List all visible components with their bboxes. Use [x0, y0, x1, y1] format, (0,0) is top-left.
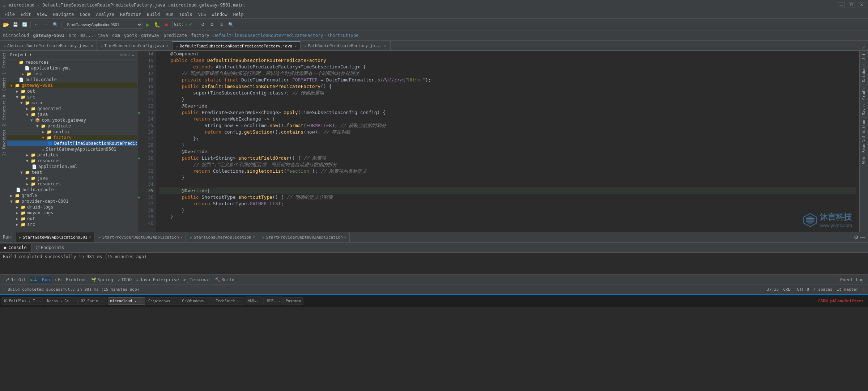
tab-close-config[interactable]: ×	[166, 44, 169, 48]
tool-todo[interactable]: ✓ TODO	[116, 277, 133, 283]
commit-panel-toggle[interactable]: 0: Commit	[0, 76, 7, 98]
list-item[interactable]: ▼ 📁 src	[7, 94, 137, 100]
run-tab-close4[interactable]: ×	[344, 235, 346, 239]
list-item[interactable]: ▶ 📁 druid-logs	[7, 204, 137, 210]
breadcrumb-src[interactable]: src	[68, 33, 76, 38]
run-settings-btn[interactable]: ⚙	[854, 234, 859, 240]
panel-collapse-icon[interactable]: ⊟	[128, 52, 131, 57]
open-file-btn[interactable]: 📂	[1, 20, 10, 29]
sidebar-gradle[interactable]: Gradle	[861, 84, 867, 102]
taskbar-item-youdao[interactable]: 有道...	[264, 297, 283, 305]
find-btn[interactable]: 🔍	[227, 20, 235, 29]
maximize-btn[interactable]: ☐	[848, 2, 855, 8]
tool-problems[interactable]: ⚠ 6: Problems	[53, 277, 88, 283]
back-btn[interactable]: ←	[32, 20, 41, 29]
tool-run[interactable]: ▶ 4: Run	[29, 277, 51, 283]
list-item[interactable]: ▼ 📁 predicate	[7, 123, 137, 129]
sidebar-maven[interactable]: Maven	[861, 102, 867, 117]
menu-analyze[interactable]: Analyze	[93, 11, 117, 18]
run-tab-consumer[interactable]: ▶ StartConsumerApplication ×	[187, 232, 258, 242]
project-panel-toggle[interactable]: 1: Project	[0, 51, 7, 76]
minimize-btn[interactable]: —	[838, 2, 845, 8]
breadcrumb-gateway2[interactable]: gateway	[141, 33, 159, 38]
menu-build[interactable]: Build	[144, 11, 163, 18]
tab-close-abstract[interactable]: ×	[91, 44, 93, 48]
tab-path[interactable]: ☕ PathRoutePredicateFactory.ja... ×	[301, 41, 390, 50]
menu-vcs[interactable]: VCS	[195, 11, 209, 18]
list-item[interactable]: 🔵 DefaultTimeSubsectionRoutePredic...	[7, 140, 137, 146]
indentation[interactable]: 4 spaces	[813, 287, 833, 292]
run-minimize-btn[interactable]: —	[860, 234, 865, 240]
menu-edit[interactable]: Edit	[18, 11, 34, 18]
list-item[interactable]: ▼ 📁 test	[7, 169, 137, 175]
list-item[interactable]: 📁 resources	[7, 59, 137, 65]
encoding[interactable]: UTF-8	[797, 287, 809, 292]
list-item[interactable]: ▼ 📁 java	[7, 112, 137, 117]
tab-close-default[interactable]: ×	[294, 44, 297, 48]
list-item[interactable]: ▶ 📁 out	[7, 88, 137, 94]
tool-spring[interactable]: 🌱 Spring	[90, 277, 115, 283]
taskbar-item-nacos[interactable]: Nacos - Gc...	[44, 297, 78, 305]
panel-settings-icon[interactable]: ⚙	[120, 52, 123, 57]
list-item[interactable]: ▼ 📁 provider-dept-8001	[7, 198, 137, 204]
taskbar-item-postman[interactable]: Postman	[283, 297, 303, 305]
list-item[interactable]: 📄 build.gradle	[7, 77, 137, 83]
sidebar-web[interactable]: Web	[861, 155, 867, 166]
line-ending[interactable]: CRLF	[783, 287, 793, 292]
tab-close-path[interactable]: ×	[384, 44, 387, 48]
structure-panel-toggle[interactable]: Z: Structure	[0, 98, 7, 128]
structure-btn[interactable]: ≡	[217, 20, 226, 29]
git-branch[interactable]: ⎇ master	[837, 287, 858, 292]
menu-code[interactable]: Code	[77, 11, 93, 18]
list-item[interactable]: ▶ 📁 generated	[7, 106, 137, 112]
git-check-btn[interactable]: ✓	[184, 22, 188, 27]
run-tab-close3[interactable]: ×	[253, 235, 255, 239]
list-item[interactable]: ▶ 📁 resources	[7, 181, 137, 187]
close-btn[interactable]: ✕	[858, 2, 865, 8]
menu-view[interactable]: View	[34, 11, 50, 18]
search-everywhere-btn[interactable]: 🔍	[51, 20, 60, 29]
stop-btn[interactable]: ■	[162, 20, 171, 29]
menu-navigate[interactable]: Navigate	[50, 11, 77, 18]
list-item[interactable]: ▶ 📁 out	[7, 216, 137, 222]
console-tab-console[interactable]: ▶ Console	[0, 244, 31, 252]
breadcrumb-yootk[interactable]: yootk	[124, 33, 137, 38]
undo-btn[interactable]: ↺	[199, 20, 207, 29]
taskbar-item-microcloud[interactable]: microcloud -...	[108, 297, 145, 305]
breadcrumb-java[interactable]: java	[98, 33, 108, 38]
breadcrumb-com[interactable]: com	[112, 33, 120, 38]
list-item[interactable]: ▼ 📦 com.yootk.gateway	[7, 117, 137, 123]
tab-abstract[interactable]: ☕ AbstractRoutePredicateFactory.java ×	[0, 41, 97, 50]
taskbar-item-neteasemail[interactable]: 网易...	[245, 297, 264, 305]
list-item[interactable]: ▶ 📁 gradle	[7, 193, 137, 198]
list-item[interactable]: ☕ StartGatewayApplication9501	[7, 146, 137, 152]
taskbar-item-cwindows2[interactable]: C:\Windows...	[179, 297, 213, 305]
list-item[interactable]: ▼ 📁 gateway-9501	[7, 83, 137, 88]
event-log-btn[interactable]: ⚠ Event Log	[835, 277, 865, 283]
menu-refactor[interactable]: Refactor	[117, 11, 144, 18]
breadcrumb-class[interactable]: DefaultTimeSubsectionRoutePredicateFacto…	[213, 33, 323, 38]
list-item[interactable]: ▶ 📁 src	[7, 222, 137, 227]
tool-git[interactable]: ⎇ 9: Git	[3, 277, 27, 283]
cursor-position[interactable]: 37:35	[767, 287, 779, 292]
git-push-btn[interactable]: ↑	[193, 22, 195, 27]
forward-btn[interactable]: →	[42, 20, 50, 29]
menu-file[interactable]: File	[1, 11, 18, 18]
breadcrumb-factory[interactable]: factory	[191, 33, 209, 38]
menu-window[interactable]: Window	[209, 11, 230, 18]
git-tick-btn[interactable]: ✔	[189, 22, 192, 27]
list-item[interactable]: ▶ 📁 config	[7, 129, 137, 135]
list-item[interactable]: ▶ 📁 muyan-logs	[7, 210, 137, 216]
run-tab-provider8003[interactable]: ▶ StartProviderDept8003Application ×	[260, 232, 350, 242]
tool-build[interactable]: 🔨 Build	[213, 277, 236, 283]
tool-terminal[interactable]: >_ Terminal	[182, 277, 212, 283]
list-item[interactable]: ▶ 📁 java	[7, 175, 137, 181]
run-config-dropdown[interactable]: StartGatewayApplication9501	[63, 21, 142, 29]
tab-config[interactable]: ☕ TimeSubsectionConfig.java ×	[97, 41, 173, 50]
tool-java-enterprise[interactable]: ☕ Java Enterprise	[135, 277, 180, 283]
run-tab-close[interactable]: ×	[89, 235, 91, 239]
list-item[interactable]: 📄 application.yml	[7, 65, 137, 71]
save-btn[interactable]: 💾	[11, 20, 20, 29]
list-item[interactable]: ▶ 📁 test	[7, 71, 137, 77]
console-tab-endpoints[interactable]: ⬡ Endpoints	[31, 244, 69, 252]
